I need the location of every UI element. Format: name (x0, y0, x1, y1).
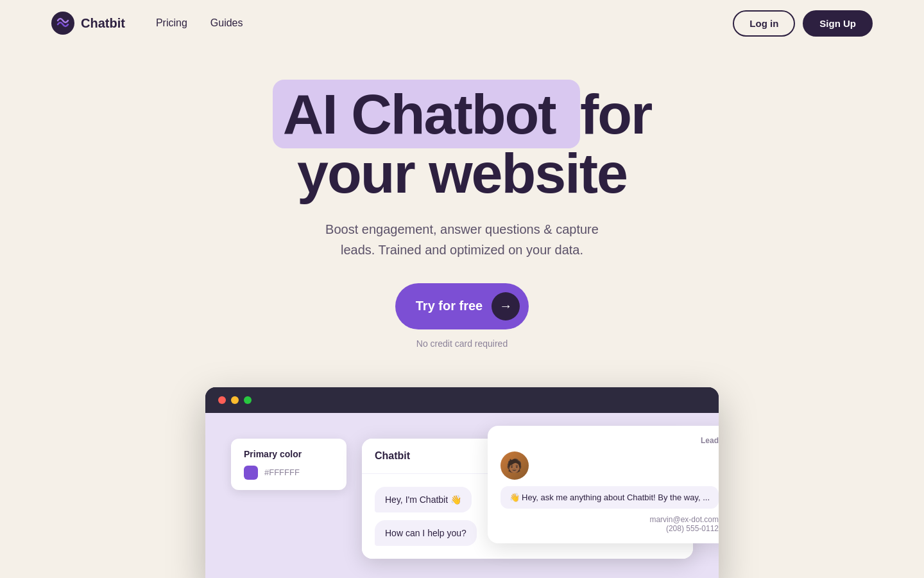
hero-section: AI Chatbot for your website Boost engage… (0, 46, 924, 374)
lead-card: Lead 🧑🏾 👋 Hey, ask me anything about Cha… (488, 426, 719, 543)
color-swatch (244, 466, 258, 480)
try-label: Try for free (416, 299, 483, 313)
lead-chat-message: 👋 Hey, ask me anything about Chatbit! By… (501, 486, 719, 509)
lead-phone: (208) 555-0112 (501, 524, 719, 533)
chat-widget-title: Chatbit (375, 450, 410, 462)
color-swatch-row: #FFFFFF (244, 466, 334, 480)
login-button[interactable]: Log in (733, 10, 795, 37)
hero-subtitle: Boost engagement, answer questions & cap… (325, 219, 599, 260)
logo-link[interactable]: Chatbit (51, 12, 125, 35)
lead-badge: Lead (501, 436, 719, 445)
nav-links: Pricing Guides (156, 17, 243, 29)
browser-dot-yellow (231, 396, 239, 404)
try-for-free-button[interactable]: Try for free → (395, 283, 529, 329)
arrow-icon: → (492, 292, 520, 320)
headline-for: for (580, 82, 651, 146)
navbar: Chatbit Pricing Guides Log in Sign Up (0, 0, 924, 46)
chat-bubble-2: How can I help you? (375, 520, 477, 546)
browser-topbar (205, 387, 719, 413)
browser-dot-green (244, 396, 252, 404)
browser-section: Primary color #FFFFFF Chatbit ↻ ✕ (0, 374, 924, 578)
no-credit-card-label: No credit card required (416, 338, 508, 349)
browser-dot-red (218, 396, 226, 404)
color-panel-label: Primary color (244, 449, 334, 459)
lead-email: marvin@ex-dot.com (501, 515, 719, 524)
logo-icon (51, 12, 74, 35)
signup-button[interactable]: Sign Up (803, 10, 873, 37)
color-hex: #FFFFFF (264, 468, 300, 477)
lead-avatar: 🧑🏾 (501, 451, 529, 480)
nav-link-pricing[interactable]: Pricing (156, 17, 187, 29)
logo-text: Chatbit (81, 16, 125, 31)
cta-wrap: Try for free → No credit card required (395, 283, 529, 349)
hero-headline: AI Chatbot for your website (273, 85, 652, 204)
chat-bubble-1: Hey, I'm Chatbit 👋 (375, 487, 472, 512)
nav-right: Log in Sign Up (733, 10, 873, 37)
nav-link-guides[interactable]: Guides (210, 17, 243, 29)
headline-website: your website (297, 141, 627, 205)
lead-avatar-row: 🧑🏾 (501, 451, 719, 480)
headline-highlight: AI Chatbot (273, 80, 580, 148)
color-panel: Primary color #FFFFFF (231, 439, 346, 490)
browser-window: Primary color #FFFFFF Chatbit ↻ ✕ (205, 387, 719, 578)
nav-left: Chatbit Pricing Guides (51, 12, 243, 35)
browser-content: Primary color #FFFFFF Chatbit ↻ ✕ (205, 413, 719, 578)
